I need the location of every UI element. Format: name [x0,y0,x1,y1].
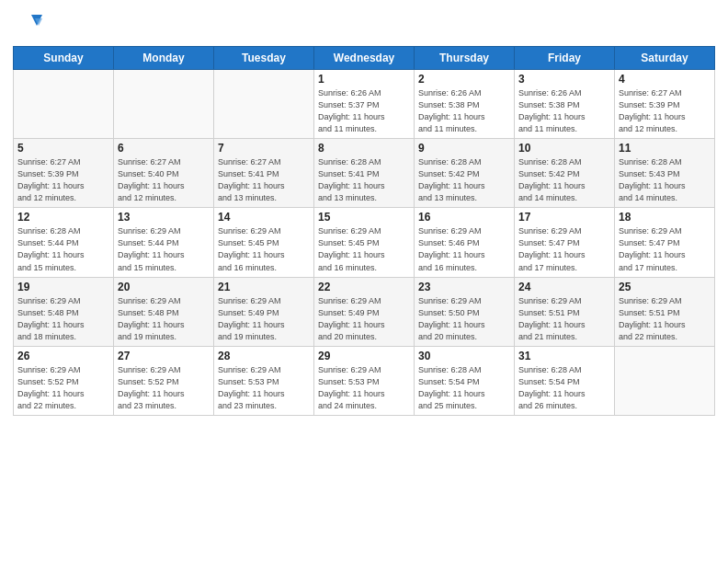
calendar-cell [615,346,715,415]
calendar-week-row: 1Sunrise: 6:26 AMSunset: 5:37 PMDaylight… [14,70,715,139]
calendar-week-row: 19Sunrise: 6:29 AMSunset: 5:48 PMDayligh… [14,277,715,346]
day-info: Sunrise: 6:29 AMSunset: 5:50 PMDaylight:… [418,295,510,343]
weekday-header-tuesday: Tuesday [214,47,314,70]
day-number: 18 [619,211,711,224]
calendar-cell: 3Sunrise: 6:26 AMSunset: 5:38 PMDaylight… [515,70,615,139]
calendar-week-row: 26Sunrise: 6:29 AMSunset: 5:52 PMDayligh… [14,346,715,415]
day-info: Sunrise: 6:29 AMSunset: 5:48 PMDaylight:… [118,295,210,343]
day-number: 22 [318,281,410,293]
calendar-cell: 23Sunrise: 6:29 AMSunset: 5:50 PMDayligh… [415,277,515,346]
calendar-cell: 5Sunrise: 6:27 AMSunset: 5:39 PMDaylight… [14,139,114,208]
day-number: 6 [118,142,210,155]
day-number: 8 [318,142,410,155]
calendar-cell: 24Sunrise: 6:29 AMSunset: 5:51 PMDayligh… [515,277,615,346]
calendar-cell: 30Sunrise: 6:28 AMSunset: 5:54 PMDayligh… [415,346,515,415]
day-info: Sunrise: 6:26 AMSunset: 5:38 PMDaylight:… [418,87,510,135]
calendar-cell: 4Sunrise: 6:27 AMSunset: 5:39 PMDaylight… [615,70,715,139]
day-number: 26 [17,350,109,362]
day-number: 10 [518,142,610,155]
day-number: 28 [218,350,310,362]
day-info: Sunrise: 6:29 AMSunset: 5:48 PMDaylight:… [17,295,109,343]
day-number: 27 [118,350,210,362]
day-number: 24 [518,281,610,293]
day-info: Sunrise: 6:29 AMSunset: 5:46 PMDaylight:… [418,225,510,273]
day-number: 21 [218,281,310,293]
day-info: Sunrise: 6:29 AMSunset: 5:52 PMDaylight:… [17,364,109,412]
day-info: Sunrise: 6:29 AMSunset: 5:47 PMDaylight:… [518,225,610,273]
day-number: 15 [318,211,410,224]
day-info: Sunrise: 6:29 AMSunset: 5:45 PMDaylight:… [318,225,410,273]
logo [13,9,46,39]
day-number: 17 [518,211,610,224]
calendar-cell: 16Sunrise: 6:29 AMSunset: 5:46 PMDayligh… [415,208,515,277]
day-info: Sunrise: 6:29 AMSunset: 5:45 PMDaylight:… [218,225,310,273]
day-info: Sunrise: 6:29 AMSunset: 5:53 PMDaylight:… [218,364,310,412]
calendar-cell: 29Sunrise: 6:29 AMSunset: 5:53 PMDayligh… [314,346,415,415]
header [13,9,715,39]
day-number: 19 [17,281,109,293]
weekday-header-wednesday: Wednesday [314,47,415,70]
day-number: 14 [218,211,310,224]
calendar-table: SundayMondayTuesdayWednesdayThursdayFrid… [13,46,715,416]
logo-icon [13,9,42,39]
day-info: Sunrise: 6:27 AMSunset: 5:40 PMDaylight:… [118,156,210,204]
day-info: Sunrise: 6:29 AMSunset: 5:53 PMDaylight:… [318,364,410,412]
day-number: 30 [418,350,510,362]
day-number: 29 [318,350,410,362]
calendar-cell: 10Sunrise: 6:28 AMSunset: 5:42 PMDayligh… [515,139,615,208]
day-info: Sunrise: 6:27 AMSunset: 5:39 PMDaylight:… [17,156,109,204]
calendar-cell: 17Sunrise: 6:29 AMSunset: 5:47 PMDayligh… [515,208,615,277]
calendar-cell: 25Sunrise: 6:29 AMSunset: 5:51 PMDayligh… [615,277,715,346]
day-info: Sunrise: 6:28 AMSunset: 5:44 PMDaylight:… [17,225,109,273]
day-info: Sunrise: 6:27 AMSunset: 5:41 PMDaylight:… [218,156,310,204]
day-number: 2 [418,73,510,86]
day-number: 3 [518,73,610,86]
day-number: 16 [418,211,510,224]
day-info: Sunrise: 6:26 AMSunset: 5:38 PMDaylight:… [518,87,610,135]
calendar-cell: 2Sunrise: 6:26 AMSunset: 5:38 PMDaylight… [415,70,515,139]
day-info: Sunrise: 6:29 AMSunset: 5:49 PMDaylight:… [218,295,310,343]
calendar-cell: 13Sunrise: 6:29 AMSunset: 5:44 PMDayligh… [114,208,214,277]
day-info: Sunrise: 6:26 AMSunset: 5:37 PMDaylight:… [318,87,410,135]
page: SundayMondayTuesdayWednesdayThursdayFrid… [0,0,728,563]
day-number: 4 [619,73,711,86]
day-number: 20 [118,281,210,293]
weekday-header-thursday: Thursday [415,47,515,70]
day-number: 1 [318,73,410,86]
day-info: Sunrise: 6:28 AMSunset: 5:54 PMDaylight:… [418,364,510,412]
calendar-week-row: 5Sunrise: 6:27 AMSunset: 5:39 PMDaylight… [14,139,715,208]
calendar-cell: 1Sunrise: 6:26 AMSunset: 5:37 PMDaylight… [314,70,415,139]
calendar-cell: 31Sunrise: 6:28 AMSunset: 5:54 PMDayligh… [515,346,615,415]
day-info: Sunrise: 6:29 AMSunset: 5:51 PMDaylight:… [619,295,711,343]
day-info: Sunrise: 6:28 AMSunset: 5:41 PMDaylight:… [318,156,410,204]
calendar-cell: 20Sunrise: 6:29 AMSunset: 5:48 PMDayligh… [114,277,214,346]
calendar-cell: 18Sunrise: 6:29 AMSunset: 5:47 PMDayligh… [615,208,715,277]
day-number: 5 [17,142,109,155]
day-number: 7 [218,142,310,155]
weekday-header-row: SundayMondayTuesdayWednesdayThursdayFrid… [14,47,715,70]
calendar-cell: 14Sunrise: 6:29 AMSunset: 5:45 PMDayligh… [214,208,314,277]
calendar-week-row: 12Sunrise: 6:28 AMSunset: 5:44 PMDayligh… [14,208,715,277]
day-info: Sunrise: 6:29 AMSunset: 5:49 PMDaylight:… [318,295,410,343]
day-info: Sunrise: 6:29 AMSunset: 5:51 PMDaylight:… [518,295,610,343]
weekday-header-sunday: Sunday [14,47,114,70]
calendar-cell: 15Sunrise: 6:29 AMSunset: 5:45 PMDayligh… [314,208,415,277]
day-number: 11 [619,142,711,155]
weekday-header-saturday: Saturday [615,47,715,70]
calendar-cell: 21Sunrise: 6:29 AMSunset: 5:49 PMDayligh… [214,277,314,346]
calendar-cell: 7Sunrise: 6:27 AMSunset: 5:41 PMDaylight… [214,139,314,208]
calendar-cell [114,70,214,139]
calendar-cell: 12Sunrise: 6:28 AMSunset: 5:44 PMDayligh… [14,208,114,277]
day-number: 31 [518,350,610,362]
calendar-cell: 8Sunrise: 6:28 AMSunset: 5:41 PMDaylight… [314,139,415,208]
day-number: 13 [118,211,210,224]
day-number: 23 [418,281,510,293]
day-info: Sunrise: 6:28 AMSunset: 5:43 PMDaylight:… [619,156,711,204]
calendar-cell: 6Sunrise: 6:27 AMSunset: 5:40 PMDaylight… [114,139,214,208]
day-info: Sunrise: 6:29 AMSunset: 5:52 PMDaylight:… [118,364,210,412]
day-number: 25 [619,281,711,293]
weekday-header-friday: Friday [515,47,615,70]
day-info: Sunrise: 6:28 AMSunset: 5:54 PMDaylight:… [518,364,610,412]
day-number: 9 [418,142,510,155]
day-info: Sunrise: 6:29 AMSunset: 5:44 PMDaylight:… [118,225,210,273]
